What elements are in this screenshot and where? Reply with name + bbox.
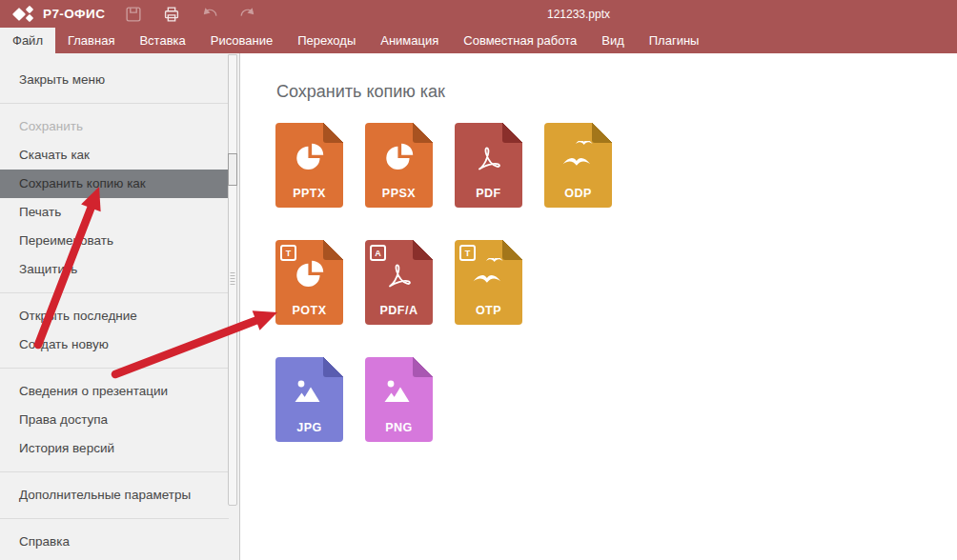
tab-7[interactable]: Вид [589,28,637,53]
file-menu-section: Открыть последниеСоздать новую [0,292,229,368]
format-card-png[interactable]: PNG [365,357,433,442]
pie-chart-icon [275,136,343,182]
acrobat-icon [455,136,522,182]
format-label: PPSX [365,187,433,200]
acrobat-icon [365,253,433,299]
gulls-icon [455,253,522,299]
title-bar: Р7-ОФИС 1212 [0,0,957,28]
file-menu-section: СохранитьСкачать какСохранить копию какП… [0,103,229,292]
redo-icon[interactable] [236,3,259,26]
format-card-pdf[interactable]: PDF [455,123,522,208]
format-card-jpg[interactable]: JPG [275,357,343,442]
format-label: PDF/A [365,304,433,317]
app-logo: Р7-ОФИС [13,4,105,24]
format-card-otp[interactable]: TOTP [455,240,522,325]
file-menu-item[interactable]: История версий [0,434,229,463]
format-row: PPTXPPSXPDFODP [275,123,612,208]
file-menu-section: Дополнительные параметры [0,471,229,518]
format-label: ODP [544,187,612,200]
undo-icon[interactable] [198,3,221,26]
file-menu-item[interactable]: Дополнительные параметры [0,481,229,510]
format-label: PDF [455,187,522,200]
tab-2[interactable]: Вставка [127,28,197,53]
file-menu-item[interactable]: Сведения о презентации [0,377,229,406]
save-copy-panel: Сохранить копию как PPTXPPSXPDFODPTPOTXA… [241,53,957,560]
scrollbar-grip-icon [231,272,235,285]
format-label: JPG [275,421,343,434]
format-grid: PPTXPPSXPDFODPTPOTXAPDF/ATOTPJPGPNG [275,123,612,442]
pie-chart-icon [365,136,433,182]
file-menu-panel: Закрыть менюСохранитьСкачать какСохранит… [0,53,240,560]
tab-bar: ФайлГлавнаяВставкаРисованиеПереходыАнима… [0,28,957,53]
format-label: POTX [275,304,343,317]
file-menu-item[interactable]: Скачать как [0,141,229,170]
tab-8[interactable]: Плагины [637,28,712,53]
format-label: OTP [455,304,522,317]
sidebar-scrollbar[interactable] [228,54,237,506]
image-icon [365,370,433,416]
format-label: PPTX [275,187,343,200]
tab-1[interactable]: Главная [55,28,127,53]
file-menu-item[interactable]: Печать [0,198,229,227]
file-menu-item[interactable]: Защитить [0,255,229,284]
image-icon [275,370,343,416]
format-row: JPGPNG [275,357,612,442]
file-menu-item[interactable]: Открыть последние [0,302,229,330]
file-menu-item[interactable]: Сохранить копию как [0,170,229,198]
format-card-ppsx[interactable]: PPSX [365,123,433,208]
file-menu-item[interactable]: Справка [0,528,229,556]
tab-4[interactable]: Переходы [285,28,368,53]
format-card-potx[interactable]: TPOTX [275,240,343,325]
tab-5[interactable]: Анимация [368,28,451,53]
format-row: TPOTXAPDF/ATOTP [275,240,612,325]
file-menu-section: Справка [0,518,229,560]
file-menu-section: Закрыть меню [0,53,229,103]
file-menu-item: Сохранить [0,112,229,141]
print-icon[interactable] [160,3,183,26]
format-card-pdf-a[interactable]: APDF/A [365,240,433,325]
tab-0[interactable]: Файл [0,28,55,53]
format-label: PNG [365,421,433,434]
quick-toolbar [122,0,259,28]
page-title: Сохранить копию как [276,82,957,102]
file-menu-section: Сведения о презентацииПрава доступаИстор… [0,368,229,471]
r7-diamonds-icon [13,5,36,24]
pie-chart-icon [275,253,343,299]
file-menu-item[interactable]: Права доступа [0,406,229,434]
save-icon[interactable] [122,3,145,26]
file-menu-item[interactable]: Закрыть меню [0,66,229,94]
document-title: 121233.pptx [515,8,642,21]
gulls-icon [544,136,612,182]
file-menu-item[interactable]: Переименовать [0,227,229,255]
scrollbar-thumb[interactable] [228,153,237,186]
format-card-pptx[interactable]: PPTX [275,123,343,208]
tab-3[interactable]: Рисование [198,28,285,53]
format-card-odp[interactable]: ODP [544,123,612,208]
file-menu-item[interactable]: Создать новую [0,330,229,359]
tab-6[interactable]: Совместная работа [451,28,589,53]
app-name: Р7-ОФИС [43,7,105,21]
